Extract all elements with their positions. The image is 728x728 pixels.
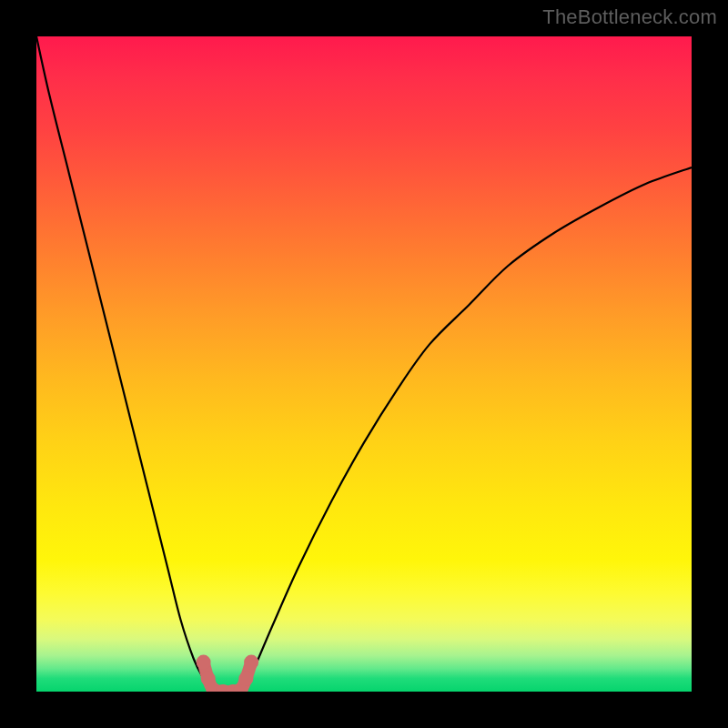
curve-right-branch [243,167,692,692]
chart-frame: TheBottleneck.com [0,0,728,728]
watermark-label: TheBottleneck.com [542,5,717,29]
plot-area [36,36,692,692]
highlight-dot [197,655,211,670]
highlight-dot [238,672,253,686]
highlight-dot [244,655,258,670]
curve-svg [36,36,692,692]
curve-left-branch [36,36,213,692]
